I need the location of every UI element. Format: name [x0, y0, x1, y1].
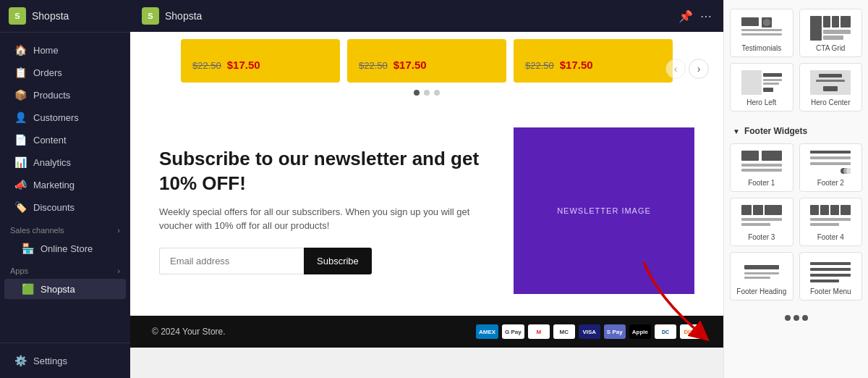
footer-widgets-grid: Footer 1 Footer 2: [724, 140, 868, 306]
page-canvas: $22.50 $17.50 $22.50 $17.50 $22.50 $17.5…: [130, 32, 723, 378]
red-arrow-annotation: [776, 371, 868, 378]
footer-widgets-header[interactable]: ▼ Footer Widgets: [724, 122, 868, 140]
sidebar-item-home[interactable]: 🏠 Home: [4, 39, 126, 61]
pin-icon[interactable]: 📌: [678, 9, 693, 23]
newsletter-section: Subscribe to our newsletter and get 10% …: [130, 106, 723, 316]
footer-widgets-section: ▼ Footer Widgets Footer 1: [724, 117, 868, 311]
store-icon: 🏪: [22, 243, 33, 254]
products-icon: 📦: [14, 89, 26, 101]
subscribe-button[interactable]: Subscribe: [304, 248, 372, 274]
widget-footer-4[interactable]: Footer 4: [799, 198, 863, 246]
footer-heading-icon: [740, 259, 783, 285]
widget-footer-heading[interactable]: Footer Heading: [730, 252, 793, 301]
widget-cta-grid[interactable]: CTA Grid: [799, 9, 863, 57]
carousel-next-button[interactable]: ›: [689, 59, 709, 79]
svg-rect-19: [823, 86, 838, 91]
sidebar-item-label: Shopsta: [41, 284, 75, 295]
maestro-icon: M: [528, 324, 550, 339]
footer2-icon: [809, 150, 852, 176]
site-footer: © 2024 Your Store. AMEX G Pay M MC VISA …: [130, 316, 723, 348]
svg-point-4: [763, 19, 770, 26]
footer4-icon: [809, 204, 852, 230]
store-name: Shopsta: [32, 10, 69, 22]
sidebar-item-content[interactable]: 📄 Content: [4, 129, 126, 151]
dot-c: [802, 315, 808, 321]
testimonials-label: Testimonials: [735, 44, 788, 52]
sidebar-bottom: ⚙️ Settings: [0, 343, 130, 378]
price-new: $17.50: [227, 59, 260, 71]
svg-rect-47: [810, 280, 839, 282]
product-card-2: $22.50 $17.50: [347, 39, 506, 83]
price-old: $22.50: [359, 60, 388, 71]
sidebar-item-products[interactable]: 📦 Products: [4, 84, 126, 106]
orders-icon: 📋: [14, 67, 26, 78]
sidebar-item-discounts[interactable]: 🏷️ Discounts: [4, 196, 126, 218]
widget-testimonials[interactable]: Testimonials: [730, 9, 793, 57]
footer1-label: Footer 1: [735, 179, 788, 187]
footer-menu-label: Footer Menu: [804, 287, 858, 295]
svg-rect-17: [819, 74, 842, 77]
store-logo-icon: S: [9, 7, 26, 25]
svg-rect-20: [741, 151, 759, 161]
cta-grid-widget-icon: [809, 15, 852, 41]
footer2-label: Footer 2: [804, 179, 858, 187]
above-widgets-grid: Testimonials CTA Grid: [724, 6, 868, 117]
gpay-icon: G Pay: [502, 324, 524, 339]
svg-rect-3: [741, 33, 782, 35]
sidebar-item-label: Customers: [33, 112, 79, 123]
widget-footer-menu[interactable]: Footer Menu: [799, 252, 863, 301]
sidebar-item-label: Analytics: [33, 157, 71, 168]
sidebar-item-settings[interactable]: ⚙️ Settings: [4, 350, 126, 371]
widget-footer-3[interactable]: Footer 3: [730, 198, 793, 246]
footer3-label: Footer 3: [735, 233, 788, 241]
carousel-prev-button[interactable]: ‹: [665, 59, 686, 79]
svg-rect-6: [823, 16, 830, 28]
sidebar-item-online-store[interactable]: 🏪 Online Store: [4, 238, 126, 259]
sidebar-header: S Shopsta: [0, 0, 130, 33]
footer-widgets-label: Footer Widgets: [744, 126, 807, 136]
svg-rect-8: [841, 16, 851, 28]
widget-hero-center[interactable]: Hero Center: [799, 63, 863, 112]
svg-rect-34: [741, 223, 770, 226]
sales-channels-label: Sales channels ›: [0, 219, 130, 238]
sidebar-item-analytics[interactable]: 📊 Analytics: [4, 151, 126, 173]
diners-icon: DC: [655, 324, 676, 339]
chevron-right-icon: ›: [117, 226, 120, 235]
sidebar-item-label: Marketing: [33, 180, 75, 190]
svg-rect-31: [753, 205, 763, 215]
dot-1[interactable]: [414, 90, 420, 96]
svg-rect-44: [810, 262, 851, 265]
widget-footer-1[interactable]: Footer 1: [730, 143, 793, 192]
footer1-icon: [740, 150, 783, 176]
newsletter-description: Weekly special offers for all our subscr…: [159, 205, 485, 233]
svg-rect-15: [763, 88, 773, 92]
svg-rect-40: [810, 223, 839, 226]
sidebar-item-label: Products: [33, 90, 70, 101]
dot-3[interactable]: [434, 90, 440, 96]
sidebar-item-orders[interactable]: 📋 Orders: [4, 62, 126, 83]
widget-footer-2[interactable]: Footer 2: [799, 143, 863, 192]
dot-b: [793, 315, 799, 321]
settings-icon: ⚙️: [14, 355, 26, 366]
svg-rect-2: [741, 29, 782, 31]
sidebar-item-marketing[interactable]: 📣 Marketing: [4, 174, 126, 196]
svg-rect-35: [810, 205, 819, 215]
svg-rect-37: [830, 205, 839, 215]
svg-rect-5: [810, 16, 822, 41]
svg-rect-39: [810, 218, 851, 221]
svg-rect-11: [741, 70, 762, 95]
topbar-logo: S: [142, 7, 159, 25]
newsletter-image: NEWSLETTER IMAGE: [514, 127, 694, 294]
footer3-icon: [740, 204, 783, 230]
sidebar-item-label: Orders: [33, 67, 62, 78]
svg-rect-25: [810, 156, 851, 159]
sidebar-item-customers[interactable]: 👤 Customers: [4, 106, 126, 128]
dot-2[interactable]: [424, 90, 430, 96]
widget-hero-left[interactable]: Hero Left: [730, 63, 793, 112]
sidebar-item-shopsta[interactable]: 🟩 Shopsta: [4, 279, 126, 299]
sidebar-item-label: Home: [33, 45, 59, 56]
more-options-icon[interactable]: ⋯: [700, 9, 712, 23]
email-input[interactable]: [159, 248, 304, 274]
svg-rect-33: [741, 218, 782, 221]
customers-icon: 👤: [14, 112, 26, 123]
